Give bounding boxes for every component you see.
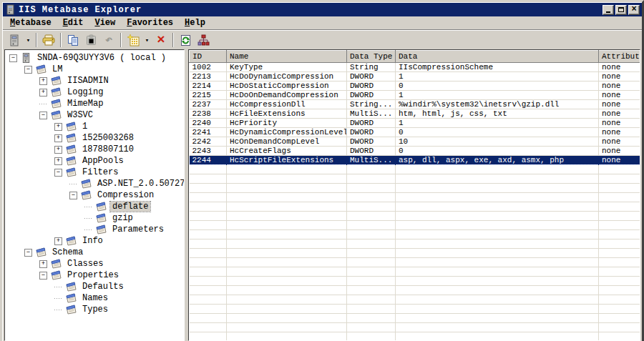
tree-item-types[interactable]: Types [5, 304, 184, 315]
collapse-box[interactable]: − [69, 192, 77, 199]
tree-item-deflate[interactable]: deflate [5, 201, 184, 212]
table-row[interactable]: 2238HcFileExtensionsMultiS...htm, html, … [190, 109, 641, 119]
expand-box[interactable]: + [54, 157, 62, 165]
table-cell: none [599, 147, 641, 156]
menu-item-favorites[interactable]: Favorites [121, 16, 179, 29]
tree-item-label[interactable]: Info [80, 236, 105, 246]
tree-item-label[interactable]: IISADMIN [65, 76, 111, 86]
tree-item-properties[interactable]: −Properties [5, 270, 184, 281]
tree-item-classes[interactable]: +Classes [5, 258, 184, 270]
tree-item-label[interactable]: Schema [50, 247, 85, 257]
tree-item-parameters[interactable]: Parameters [5, 224, 184, 235]
table-row[interactable]: 2242HcOnDemandCompLevelDWORD10none [190, 137, 641, 147]
delete-button[interactable]: × [152, 32, 170, 48]
column-header-data-type[interactable]: Data Type [347, 51, 396, 63]
expand-box[interactable]: + [54, 123, 62, 131]
tree-item-iisadmin[interactable]: +IISADMIN [5, 75, 184, 87]
tree-item-label[interactable]: 1 [80, 122, 89, 132]
tree-item-label[interactable]: Properties [65, 270, 121, 280]
new-key-button[interactable] [125, 32, 142, 48]
table-row[interactable]: 2237HcCompressionDllString...%windir%\sy… [190, 100, 641, 109]
tree-item-filters[interactable]: −Filters [5, 167, 184, 178]
tree-item-label[interactable]: MimeMap [65, 99, 105, 109]
tree-item-label[interactable]: Types [80, 305, 110, 315]
tree-item-mimemap[interactable]: MimeMap [5, 98, 184, 109]
minimize-button[interactable] [602, 5, 614, 15]
tree-item-snda-69q3uyy3v6-local[interactable]: −SNDA-69Q3UYY3V6 ( local ) [5, 52, 184, 64]
expand-box[interactable]: + [39, 77, 47, 85]
collapse-box[interactable]: − [24, 66, 32, 74]
table-row[interactable]: 2244HcScriptFileExtensionsMultiS...asp, … [190, 156, 641, 165]
tree-item-label[interactable]: Names [80, 293, 110, 303]
collapse-box[interactable]: − [24, 249, 32, 257]
tree-item-label[interactable]: Compression [95, 190, 156, 200]
collapse-box[interactable]: − [39, 112, 47, 119]
table-row[interactable]: 2241HcDynamicCompressionLevelDWORD0none [190, 128, 641, 137]
expand-box[interactable]: + [39, 260, 47, 268]
column-header-id[interactable]: ID [190, 51, 227, 63]
menu-item-view[interactable]: View [89, 16, 121, 29]
print-button[interactable] [40, 32, 57, 48]
new-key-dropdown-button[interactable]: ▾ [142, 32, 152, 48]
tree-item-1[interactable]: +1 [5, 121, 184, 132]
collapse-box[interactable]: − [54, 169, 62, 177]
close-button[interactable]: × [628, 5, 640, 15]
expand-box[interactable]: + [39, 89, 47, 97]
tree-item-apppools[interactable]: +AppPools [5, 155, 184, 167]
table-row[interactable]: 2243HcCreateFlagsDWORD0none [190, 147, 641, 156]
connect-dropdown-button[interactable]: ▾ [24, 32, 33, 48]
tree-item-compression[interactable]: −Compression [5, 189, 184, 201]
tree-item-names[interactable]: Names [5, 292, 184, 304]
tree-item-logging[interactable]: +Logging [5, 87, 184, 98]
copy-button[interactable] [64, 32, 82, 48]
tree-item-defaults[interactable]: Defaults [5, 281, 184, 292]
refresh-button[interactable] [177, 32, 194, 48]
tree-item-label[interactable]: deflate [110, 202, 150, 212]
collapse-box[interactable]: − [39, 272, 47, 280]
table-row[interactable]: 2213HcDoDynamicCompressionDWORD1none [190, 72, 641, 81]
expand-box[interactable]: + [54, 134, 62, 142]
tree-item-schema[interactable]: −Schema [5, 247, 184, 258]
tree-item-1525003268[interactable]: +1525003268 [5, 132, 184, 144]
tree-item-label[interactable]: Classes [65, 259, 105, 269]
tree-item-lm[interactable]: −LM [5, 64, 184, 75]
column-header-name[interactable]: Name [227, 51, 347, 63]
table-row[interactable]: 2214HcDoStaticCompressionDWORD0none [190, 81, 641, 91]
collapse-box[interactable]: − [9, 54, 17, 62]
table-row[interactable]: 2215HcDoOnDemandCompressionDWORD1none [190, 91, 641, 100]
empty-cell [227, 305, 347, 314]
table-cell: 1 [396, 72, 599, 81]
expand-box[interactable]: + [54, 237, 62, 245]
tree-item-label[interactable]: gzip [110, 213, 135, 223]
table-row[interactable]: 1002KeyTypeStringIIsCompressionSchemenon… [190, 63, 641, 72]
tree-item-label[interactable]: Filters [80, 167, 120, 177]
tree-item-label[interactable]: W3SVC [65, 110, 95, 120]
connect-button[interactable] [6, 32, 23, 48]
tree-item-1878807110[interactable]: +1878807110 [5, 144, 184, 155]
tree-item-label[interactable]: ASP.NET_2.0.50727.0 [95, 179, 185, 189]
hierarchy-button[interactable] [195, 32, 212, 48]
column-header-data[interactable]: Data [396, 51, 599, 63]
tree-item-w3svc[interactable]: −W3SVC [5, 109, 184, 121]
tree-item-gzip[interactable]: gzip [5, 212, 184, 224]
tree-item-info[interactable]: +Info [5, 235, 184, 247]
tree-item-label[interactable]: Logging [65, 87, 105, 97]
tree-item-label[interactable]: Parameters [110, 224, 166, 234]
tree-item-label[interactable]: Defaults [80, 282, 126, 292]
tree-item-label[interactable]: 1878807110 [80, 144, 136, 154]
undo-button[interactable]: ↶ [100, 32, 117, 48]
tree-item-asp-net-2-0-50727-0[interactable]: ASP.NET_2.0.50727.0 [5, 178, 184, 189]
paste-button[interactable] [82, 32, 99, 48]
maximize-button[interactable] [615, 5, 627, 15]
table-row[interactable]: 2240HcPriorityDWORD1none [190, 119, 641, 128]
empty-cell [227, 193, 347, 202]
menu-item-metabase[interactable]: Metabase [4, 16, 57, 29]
expand-box[interactable]: + [54, 146, 62, 154]
tree-item-label[interactable]: LM [50, 64, 64, 74]
tree-item-label[interactable]: SNDA-69Q3UYY3V6 ( local ) [35, 53, 168, 63]
menu-item-help[interactable]: Help [179, 16, 211, 29]
column-header-attributes[interactable]: Attributes [599, 51, 641, 63]
tree-item-label[interactable]: 1525003268 [80, 133, 136, 143]
menu-item-edit[interactable]: Edit [57, 16, 89, 29]
tree-item-label[interactable]: AppPools [80, 156, 126, 166]
